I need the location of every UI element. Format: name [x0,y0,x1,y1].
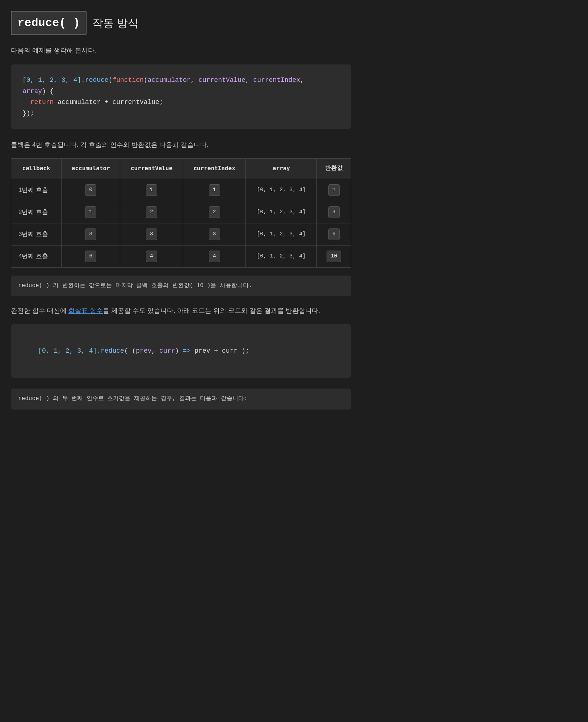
td-currentvalue: 2 [120,201,183,223]
td-return: 6 [317,223,351,245]
table-row: 1번째 호출011[0, 1, 2, 3, 4]1 [11,179,351,201]
td-currentindex: 4 [183,245,245,267]
th-accumulator: accumulator [62,159,120,179]
table-row: 2번째 호출122[0, 1, 2, 3, 4]3 [11,201,351,223]
td-return: 3 [317,201,351,223]
td-array: [0, 1, 2, 3, 4] [246,201,317,223]
th-currentindex: currentIndex [183,159,245,179]
code-line-3: return accumulator + currentValue; [22,97,340,108]
td-currentindex: 1 [183,179,245,201]
th-currentvalue: currentValue [120,159,183,179]
th-return: 반환값 [317,159,351,179]
code-block-1: [0, 1, 2, 3, 4].reduce(function(accumula… [11,64,351,129]
section2-text: 완전한 함수 대신에 화살표 함수를 제공할 수도 있습니다. 아래 코드는 위… [11,306,351,316]
td-return: 10 [317,245,351,267]
code-array: [0, 1, 2, 3, 4] [22,76,81,84]
td-accumulator: 3 [62,223,120,245]
td-array: [0, 1, 2, 3, 4] [246,179,317,201]
td-callback: 3번째 호출 [11,223,62,245]
title-badge: reduce( ) [11,11,87,35]
section1-text: 콜백은 4번 호출됩니다. 각 호출의 인수와 반환값은 다음과 같습니다. [11,140,351,150]
td-currentindex: 3 [183,223,245,245]
bottom-info-box: reduce( ) 의 두 번째 인수로 초기값을 제공하는 경우, 결과는 다… [11,389,351,410]
td-currentvalue: 4 [120,245,183,267]
code-line-4: }); [22,108,340,119]
table-body: 1번째 호출011[0, 1, 2, 3, 4]12번째 호출122[0, 1,… [11,179,351,267]
th-callback: callback [11,159,62,179]
table-header-row: callback accumulator currentValue curren… [11,159,351,179]
callback-table: callback accumulator currentValue curren… [11,158,351,268]
table-row: 4번째 호출644[0, 1, 2, 3, 4]10 [11,245,351,267]
arrow-function-link[interactable]: 화살표 함수 [68,307,103,314]
code-line-arrow: [0, 1, 2, 3, 4].reduce( (prev, curr) => … [22,334,340,368]
td-currentvalue: 3 [120,223,183,245]
td-return: 1 [317,179,351,201]
td-array: [0, 1, 2, 3, 4] [246,223,317,245]
intro-text: 다음의 예제를 생각해 봅시다. [11,45,351,56]
code-line-1: [0, 1, 2, 3, 4].reduce(function(accumula… [22,75,340,86]
td-accumulator: 6 [62,245,120,267]
page-title-section: reduce( ) 작동 방식 [11,11,351,35]
td-currentvalue: 1 [120,179,183,201]
code-method: .reduce [81,76,109,84]
td-callback: 4번째 호출 [11,245,62,267]
title-text: 작동 방식 [92,14,139,32]
td-array: [0, 1, 2, 3, 4] [246,245,317,267]
table-row: 3번째 호출333[0, 1, 2, 3, 4]6 [11,223,351,245]
info-box-1: reduce( ) 가 반환하는 값으로는 마지막 콜백 호출의 반환값( 10… [11,276,351,297]
code-line-2: array) { [22,86,340,97]
th-array: array [246,159,317,179]
code-block-2: [0, 1, 2, 3, 4].reduce( (prev, curr) => … [11,324,351,378]
td-currentindex: 2 [183,201,245,223]
td-accumulator: 0 [62,179,120,201]
td-accumulator: 1 [62,201,120,223]
td-callback: 2번째 호출 [11,201,62,223]
td-callback: 1번째 호출 [11,179,62,201]
